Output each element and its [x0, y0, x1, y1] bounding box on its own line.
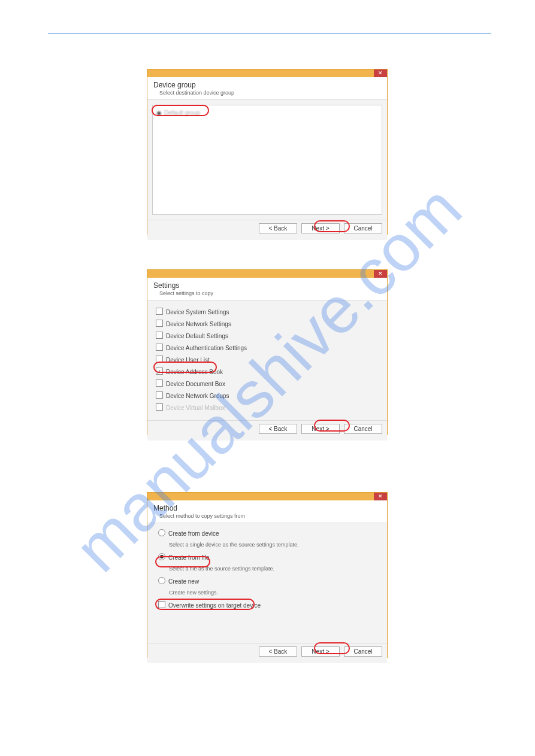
device-group-dialog: ✕ Device group Select destination device… [147, 69, 388, 235]
setting-label: Device Address Book [166, 369, 223, 375]
setting-network: Device Network Settings [156, 318, 379, 330]
back-button[interactable]: < Back [259, 223, 297, 233]
cancel-button[interactable]: Cancel [344, 223, 382, 233]
settings-list: Device System Settings Device Network Se… [147, 300, 387, 420]
dialog-header: Method Select method to copy settings fr… [147, 500, 387, 523]
checkbox[interactable] [156, 308, 163, 315]
checkbox[interactable] [156, 320, 163, 327]
dialog-title: Settings [153, 281, 381, 290]
next-button[interactable]: Next > [301, 424, 340, 434]
close-button[interactable]: ✕ [374, 270, 387, 278]
radio-icon [158, 529, 165, 536]
method-device-desc: Select a single device as the source set… [169, 541, 376, 549]
titlebar: ✕ [147, 69, 387, 77]
dialog-subtitle: Select destination device group [159, 90, 381, 96]
dialog-header: Settings Select settings to copy [147, 278, 387, 300]
close-button[interactable]: ✕ [374, 69, 387, 77]
close-button[interactable]: ✕ [374, 493, 387, 500]
setting-label: Device System Settings [166, 309, 229, 315]
dialog-body: Default group [147, 100, 387, 220]
checkbox[interactable] [156, 356, 163, 363]
radio-icon [158, 577, 165, 584]
setting-label: Device Default Settings [166, 333, 228, 339]
device-group-radio[interactable]: Default group [156, 110, 200, 116]
setting-default: Device Default Settings [156, 330, 379, 342]
dialog-body: Device System Settings Device Network Se… [147, 300, 387, 420]
setting-groups: Device Network Groups [156, 390, 379, 402]
checkbox[interactable] [156, 344, 163, 351]
cancel-button[interactable]: Cancel [344, 424, 382, 434]
back-button[interactable]: < Back [259, 646, 297, 657]
checkbox[interactable] [156, 368, 163, 375]
option-label: Create new [168, 578, 199, 585]
setting-label: Device User List [166, 357, 210, 363]
dialog-title: Device group [153, 81, 381, 89]
dialog-header: Device group Select destination device g… [147, 77, 387, 100]
setting-label: Device Network Groups [166, 393, 229, 399]
setting-auth: Device Authentication Settings [156, 342, 379, 354]
method-file-radio[interactable]: Create from file [158, 553, 376, 562]
overwrite-checkbox[interactable]: Overwrite settings on target device [158, 601, 376, 610]
radio-icon [158, 553, 165, 560]
setting-label: Device Document Box [166, 381, 225, 387]
setting-label: Device Network Settings [166, 321, 231, 327]
dialog-footer: < Back Next > Cancel [147, 420, 387, 441]
option-label: Create from file [168, 554, 209, 561]
titlebar: ✕ [147, 493, 387, 500]
method-options: Create from device Select a single devic… [147, 523, 387, 618]
setting-label: Device Authentication Settings [166, 345, 247, 351]
radio-panel: Default group [152, 105, 382, 215]
method-new-desc: Create new settings. [169, 588, 376, 597]
dialog-title: Method [153, 504, 381, 512]
checkbox[interactable] [156, 379, 163, 387]
setting-docbox: Device Document Box [156, 378, 379, 390]
method-dialog: ✕ Method Select method to copy settings … [147, 492, 388, 658]
checkbox[interactable] [156, 391, 163, 399]
option-label: Create from device [168, 530, 219, 537]
method-new-radio[interactable]: Create new [158, 577, 376, 586]
method-file-desc: Select a file as the source settings tem… [169, 564, 376, 573]
dialog-footer: < Back Next > Cancel [147, 643, 387, 663]
setting-label: Device Virtual Mailbox [166, 405, 225, 411]
dialog-subtitle: Select settings to copy [159, 290, 381, 296]
dialog-subtitle: Select method to copy settings from [159, 513, 381, 519]
overwrite-label: Overwrite settings on target device [168, 602, 261, 609]
cancel-button[interactable]: Cancel [344, 646, 382, 657]
settings-dialog: ✕ Settings Select settings to copy Devic… [147, 269, 388, 435]
dialog-footer: < Back Next > Cancel [147, 220, 387, 240]
setting-userlist: Device User List [156, 354, 379, 366]
page-divider [48, 33, 491, 34]
dialog-body: Create from device Select a single devic… [147, 523, 387, 643]
next-button[interactable]: Next > [301, 223, 340, 233]
setting-vmailbox: Device Virtual Mailbox [156, 402, 379, 414]
setting-addressbook: Device Address Book [156, 366, 379, 378]
checkbox [156, 403, 163, 411]
checkbox[interactable] [156, 332, 163, 339]
method-device-radio[interactable]: Create from device [158, 529, 376, 538]
setting-system: Device System Settings [156, 306, 379, 318]
back-button[interactable]: < Back [259, 424, 297, 434]
checkbox [158, 601, 165, 608]
titlebar: ✕ [147, 270, 387, 278]
next-button[interactable]: Next > [301, 646, 340, 657]
